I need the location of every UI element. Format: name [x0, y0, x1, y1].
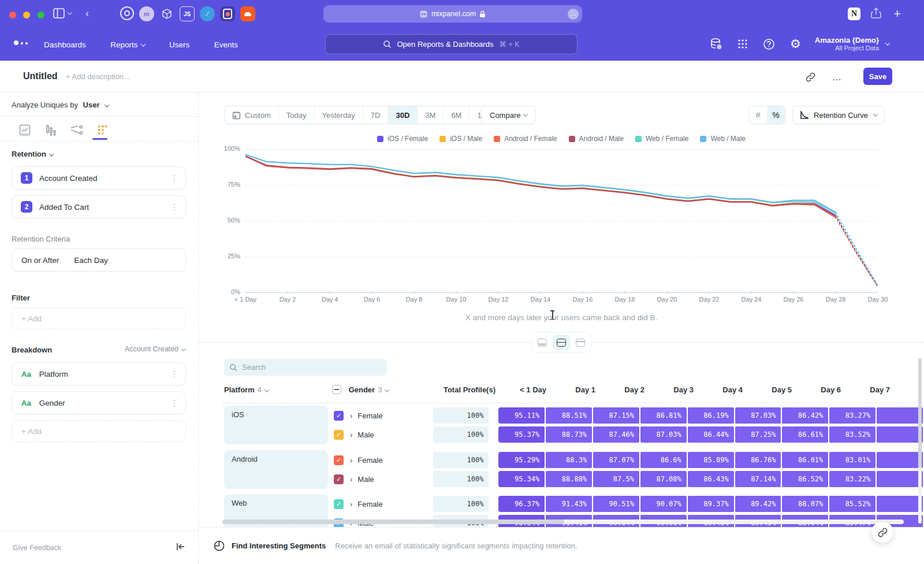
retention-value-cell[interactable]: 87.03%: [640, 426, 687, 443]
tab-app-icon-cube[interactable]: [159, 6, 174, 21]
select-all-checkbox[interactable]: [332, 385, 341, 394]
legend-item[interactable]: iOS / Female: [377, 135, 428, 143]
expand-row-icon[interactable]: ›: [350, 411, 352, 420]
nav-reports[interactable]: Reports: [110, 40, 144, 49]
retention-value-cell[interactable]: 88.3%: [546, 452, 592, 468]
breakdown-platform-card[interactable]: Aa Platform ⋮: [12, 362, 186, 385]
range-7d[interactable]: 7D: [363, 106, 388, 124]
find-segments-link[interactable]: Find Interesting Segments: [232, 541, 326, 550]
vertical-scrollbar-thumb[interactable]: [918, 358, 922, 468]
new-tab-icon[interactable]: +: [893, 6, 901, 21]
project-switcher[interactable]: Amazonia {Demo} All Project Data: [815, 36, 889, 52]
retention-value-cell[interactable]: 86.44%: [688, 426, 734, 443]
help-icon[interactable]: [763, 38, 775, 50]
range-3m[interactable]: 3M: [417, 106, 443, 124]
report-more-menu[interactable]: …: [832, 72, 842, 83]
gender-cell[interactable]: ✓›Female: [332, 411, 431, 421]
share-icon[interactable]: [871, 8, 881, 19]
retention-value-cell[interactable]: 85.52%: [829, 496, 875, 512]
retention-criteria-card[interactable]: On or After Each Day: [12, 248, 186, 272]
layout-split-button[interactable]: [553, 335, 570, 350]
expand-row-icon[interactable]: ›: [350, 456, 352, 465]
table-search[interactable]: [224, 359, 387, 376]
copy-link-icon[interactable]: [806, 72, 815, 84]
settings-gear-icon[interactable]: ⚙: [790, 37, 801, 51]
criteria-interval-select[interactable]: Each Day: [74, 256, 108, 265]
breakdown-scope-select[interactable]: Account Created: [125, 345, 185, 353]
data-management-icon[interactable]: [710, 38, 722, 50]
series-checkbox[interactable]: ✓: [334, 499, 344, 509]
tab-app-icon-js[interactable]: JS: [180, 6, 195, 21]
retention-value-cell[interactable]: 83.52%: [829, 426, 875, 443]
step-event-label[interactable]: Added To Cart: [39, 203, 89, 212]
retention-value-cell[interactable]: 88.51%: [546, 407, 592, 424]
maximize-window-button[interactable]: [38, 12, 44, 18]
range-yesterday[interactable]: Yesterday: [314, 106, 363, 124]
analyze-uniques-row[interactable]: Analyze Uniques by User: [12, 101, 109, 109]
retention-value-cell[interactable]: 95.37%: [498, 426, 545, 443]
legend-item[interactable]: Web / Male: [700, 135, 745, 143]
minimize-window-button[interactable]: [23, 12, 30, 18]
retention-value-cell[interactable]: 95.29%: [498, 452, 545, 468]
tab-insights-icon[interactable]: [18, 124, 31, 136]
retention-value-cell[interactable]: 89.37%: [688, 496, 734, 512]
nav-dashboards[interactable]: Dashboards: [44, 40, 86, 49]
range-custom[interactable]: Custom: [225, 106, 278, 124]
criteria-mode-select[interactable]: On or After: [21, 256, 59, 265]
collapse-sidebar-icon[interactable]: [176, 543, 185, 552]
platform-cell[interactable]: Android: [224, 450, 328, 489]
add-filter-button[interactable]: + Add: [12, 307, 186, 329]
retention-value-cell[interactable]: 90.51%: [593, 496, 639, 512]
format-number-toggle[interactable]: #: [749, 106, 767, 124]
step-options-menu[interactable]: ⋮: [170, 173, 178, 183]
retention-value-cell-clipped[interactable]: [877, 496, 923, 512]
platform-cell[interactable]: iOS: [224, 406, 328, 444]
format-percent-toggle[interactable]: %: [767, 106, 785, 124]
retention-value-cell[interactable]: 86.81%: [640, 407, 687, 424]
apps-grid-icon[interactable]: [737, 39, 748, 49]
tab-app-icon-bird[interactable]: [200, 6, 215, 21]
expand-row-icon[interactable]: ›: [350, 475, 352, 484]
report-title[interactable]: Untitled: [23, 71, 58, 81]
day-column-header[interactable]: Day 1: [554, 381, 602, 399]
horizontal-scrollbar[interactable]: [222, 520, 904, 524]
retention-value-cell[interactable]: 90.07%: [640, 496, 687, 512]
tab-app-icon-reddot[interactable]: [220, 6, 235, 21]
address-bar[interactable]: mixpanel.com …: [323, 5, 582, 23]
layout-table-only-button[interactable]: [572, 335, 589, 350]
gender-cell[interactable]: ✓›Male: [332, 474, 431, 484]
gender-cell[interactable]: ✓›Female: [332, 499, 431, 509]
day-column-header[interactable]: Day 3: [653, 381, 701, 399]
legend-item[interactable]: Android / Male: [569, 135, 624, 143]
day-column-header[interactable]: Day 2: [603, 381, 651, 399]
retention-value-cell[interactable]: 87.07%: [593, 452, 639, 468]
window-controls[interactable]: [9, 10, 49, 21]
tab-flows-icon[interactable]: [70, 124, 83, 136]
range-6m[interactable]: 6M: [443, 106, 469, 124]
retention-value-cell[interactable]: 85.89%: [688, 452, 734, 468]
retention-step-1[interactable]: 1 Account Created ⋮: [12, 166, 186, 190]
retention-section-header[interactable]: Retention: [12, 150, 53, 158]
step-event-label[interactable]: Account Created: [39, 174, 98, 183]
tab-app-icon-target[interactable]: [120, 6, 134, 20]
retention-value-cell[interactable]: 86.42%: [782, 407, 828, 424]
retention-value-cell[interactable]: 88.07%: [782, 496, 828, 512]
tab-app-icon-soundcloud[interactable]: [240, 6, 255, 21]
breakdown-property-label[interactable]: Platform: [39, 370, 68, 379]
retention-value-cell[interactable]: 86.61%: [782, 426, 828, 443]
sidebar-toggle-icon[interactable]: [53, 8, 72, 18]
step-options-menu[interactable]: ⋮: [170, 202, 178, 212]
retention-value-cell[interactable]: 95.34%: [498, 471, 545, 487]
day-column-header[interactable]: < 1 Day: [505, 381, 553, 399]
add-description[interactable]: + Add description...: [66, 72, 130, 81]
retention-value-cell-clipped[interactable]: [877, 471, 923, 487]
notion-extension-icon[interactable]: N: [848, 8, 860, 20]
retention-value-cell[interactable]: 86.52%: [782, 471, 828, 487]
retention-value-cell[interactable]: 87.15%: [593, 407, 639, 424]
tab-retention-icon[interactable]: [96, 124, 109, 136]
retention-value-cell[interactable]: 95.11%: [498, 407, 545, 424]
analyze-entity-select[interactable]: User: [83, 101, 100, 109]
chart-type-select[interactable]: Retention Curve: [792, 106, 885, 124]
give-feedback-link[interactable]: Give Feedback: [13, 544, 61, 552]
day-column-header[interactable]: Day 6: [800, 381, 848, 399]
